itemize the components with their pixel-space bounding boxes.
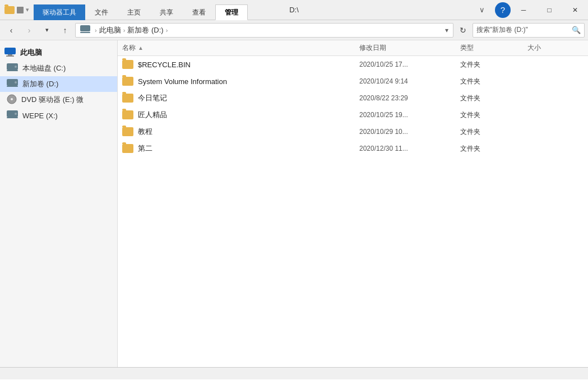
svg-rect-2 [4, 48, 16, 54]
breadcrumb-drive-d[interactable]: 新加卷 (D:) [127, 25, 163, 35]
address-bar: ‹ › ▾ ↑ › 此电脑 › 新加卷 (D:) › ▾ ↻ 搜索"新加卷 (D… [0, 20, 588, 40]
col-header-type[interactable]: 类型 [460, 43, 527, 53]
file-name: 今日笔记 [138, 93, 167, 103]
refresh-button[interactable]: ↻ [456, 23, 470, 38]
sidebar-item-label-c: 本地磁盘 (C:) [22, 63, 66, 73]
folder-icon [122, 144, 133, 153]
table-row[interactable]: 今日笔记 2020/8/22 23:29 文件夹 [118, 90, 588, 106]
title-bar-left: ▾ [0, 0, 34, 20]
svg-rect-3 [8, 54, 12, 55]
sidebar: 此电脑 本地磁盘 (C:) 新加卷 (D:) DVD 驱动器 (E:) 微 WE… [0, 40, 118, 367]
sidebar-item-label-d: 新加卷 (D:) [22, 79, 58, 89]
sidebar-item-local-c[interactable]: 本地磁盘 (C:) [0, 61, 117, 76]
file-date: 2020/10/25 17... [359, 61, 460, 68]
search-icon: 🔍 [572, 26, 581, 34]
title-bar-tabs: 驱动器工具 文件 主页 共享 查看 管理 [34, 0, 469, 20]
drive-usb-icon [7, 79, 18, 90]
file-date: 2020/12/30 11... [359, 145, 460, 152]
sep2: › [166, 27, 168, 34]
folder-icon [122, 110, 133, 119]
address-chevron[interactable]: ▾ [445, 26, 448, 34]
sidebar-item-label-this-pc: 此电脑 [20, 48, 42, 58]
file-date: 2020/8/22 23:29 [359, 94, 460, 102]
file-name: 第二 [138, 143, 152, 154]
tab-file[interactable]: 文件 [85, 4, 118, 20]
breadcrumb-this-pc[interactable]: 此电脑 [99, 25, 121, 35]
sidebar-section-this-pc[interactable]: 此电脑 [0, 45, 117, 61]
chevron-button[interactable]: ∨ [469, 0, 495, 20]
svg-rect-6 [7, 70, 18, 71]
forward-button[interactable]: › [21, 22, 37, 38]
svg-rect-14 [7, 117, 18, 118]
window-title: D:\ [289, 0, 299, 20]
table-row[interactable]: $RECYCLE.BIN 2020/10/25 17... 文件夹 [118, 56, 588, 73]
sep1: › [123, 27, 126, 34]
drive-local-icon [7, 63, 18, 74]
table-row[interactable]: System Volume Information 2020/10/24 9:1… [118, 73, 588, 90]
help-button[interactable]: ? [495, 2, 511, 18]
address-box[interactable]: › 此电脑 › 新加卷 (D:) › ▾ [75, 23, 453, 38]
folder-icon [122, 94, 133, 103]
folder-icon [122, 127, 133, 136]
file-type: 文件夹 [460, 144, 527, 154]
file-name: 匠人精品 [138, 110, 167, 120]
svg-point-7 [15, 66, 17, 68]
breadcrumb: › 此电脑 › 新加卷 (D:) › [80, 25, 169, 35]
sidebar-item-wepe-x[interactable]: WEPE (X:) [0, 108, 117, 123]
col-header-size[interactable]: 大小 [527, 43, 584, 53]
svg-rect-0 [80, 25, 90, 31]
maximize-button[interactable]: □ [536, 0, 562, 20]
tab-home[interactable]: 主页 [118, 4, 150, 20]
file-rows-container: $RECYCLE.BIN 2020/10/25 17... 文件夹 System… [118, 56, 588, 157]
minimize-button[interactable]: ─ [511, 0, 536, 20]
up-button[interactable]: ↑ [57, 22, 73, 38]
file-name: 教程 [138, 127, 152, 137]
tab-manage[interactable]: 管理 [215, 4, 248, 20]
search-box[interactable]: 搜索"新加卷 (D:)" 🔍 [473, 23, 585, 38]
title-bar: ▾ 驱动器工具 文件 主页 共享 查看 管理 D:\ ∨ ? ─ □ ✕ [0, 0, 588, 20]
file-type: 文件夹 [460, 77, 527, 86]
file-date: 2020/10/29 10... [359, 128, 460, 136]
file-type: 文件夹 [460, 94, 527, 103]
drive-dvd-icon [7, 94, 17, 106]
back-button[interactable]: ‹ [3, 22, 19, 38]
file-date: 2020/10/25 19... [359, 111, 460, 119]
drive-wepe-icon [7, 110, 18, 121]
col-header-date[interactable]: 修改日期 [359, 43, 460, 53]
sort-icon-name: ▲ [138, 45, 143, 51]
title-bar-icon2: ▾ [26, 6, 29, 13]
svg-rect-4 [6, 55, 14, 57]
title-bar-controls: ∨ ? ─ □ ✕ [469, 0, 588, 20]
drive-icon-inline [80, 25, 90, 35]
file-name: $RECYCLE.BIN [138, 61, 191, 69]
sidebar-item-label-x: WEPE (X:) [22, 112, 58, 120]
svg-point-10 [15, 81, 17, 84]
sidebar-item-dvd-e[interactable]: DVD 驱动器 (E:) 微 [0, 92, 117, 108]
svg-rect-1 [80, 32, 90, 33]
table-row[interactable]: 第二 2020/12/30 11... 文件夹 [118, 140, 588, 157]
content-area: 此电脑 本地磁盘 (C:) 新加卷 (D:) DVD 驱动器 (E:) 微 WE… [0, 40, 588, 367]
table-row[interactable]: 教程 2020/10/29 10... 文件夹 [118, 123, 588, 140]
file-date: 2020/10/24 9:14 [359, 77, 460, 85]
sidebar-item-new-d[interactable]: 新加卷 (D:) [0, 76, 117, 92]
file-type: 文件夹 [460, 127, 527, 137]
close-button[interactable]: ✕ [562, 0, 588, 20]
file-list-header: 名称 ▲ 修改日期 类型 大小 [118, 40, 588, 56]
tab-view[interactable]: 查看 [183, 4, 215, 20]
file-list: 名称 ▲ 修改日期 类型 大小 $RECYCLE.BIN 2020/10/25 … [118, 40, 588, 367]
col-header-name[interactable]: 名称 ▲ [122, 43, 359, 53]
svg-point-15 [15, 113, 17, 115]
folder-icon [122, 60, 133, 69]
table-row[interactable]: 匠人精品 2020/10/25 19... 文件夹 [118, 106, 588, 123]
file-type: 文件夹 [460, 60, 527, 69]
tab-share[interactable]: 共享 [150, 4, 183, 20]
recent-button[interactable]: ▾ [39, 22, 55, 38]
sidebar-item-label-e: DVD 驱动器 (E:) 微 [21, 95, 84, 105]
tab-drive-tools[interactable]: 驱动器工具 [34, 4, 85, 20]
search-placeholder: 搜索"新加卷 (D:)" [476, 25, 572, 35]
title-bar-icon1 [17, 7, 24, 13]
sep0: › [95, 27, 97, 34]
pc-icon [4, 48, 16, 58]
status-bar [0, 367, 588, 379]
file-name: System Volume Information [138, 77, 227, 86]
